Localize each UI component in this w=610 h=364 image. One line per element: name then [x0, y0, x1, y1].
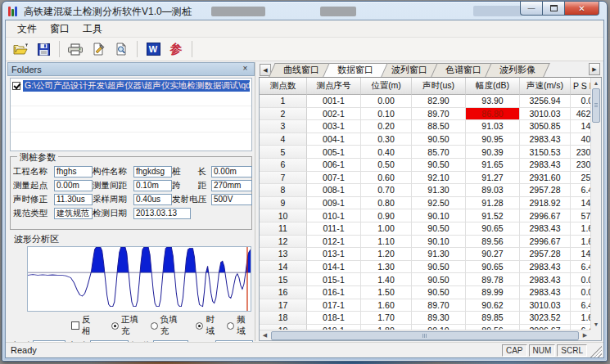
table-row[interactable]: 13013-11.2091.3090.272957.2814.4 — [260, 248, 601, 261]
header-point-id[interactable]: 测点序号 — [307, 78, 361, 95]
header-position[interactable]: 位置(m) — [361, 78, 412, 95]
scroll-right-icon[interactable]: ▶ — [580, 330, 590, 341]
table-cell: 0.30 — [361, 133, 412, 146]
tab-wavetrain-image[interactable]: 波列影像 — [488, 63, 547, 77]
hscroll-thumb[interactable] — [271, 331, 579, 340]
table-cell: 17 — [260, 299, 307, 312]
open-button[interactable] — [11, 39, 30, 59]
save-button[interactable] — [34, 39, 53, 59]
vertical-scrollbar[interactable]: ▲ ▼ — [590, 78, 601, 330]
field-sound-correction[interactable]: 11.30us — [54, 194, 93, 205]
titlebar[interactable]: 高铁建混凝土检测分析软件V1.0—测桩 — ✕ — [2, 2, 607, 20]
table-cell: 88.50 — [412, 120, 466, 133]
table-row[interactable]: 1001-10.0082.9093.903256.940.00 — [260, 95, 601, 108]
panel-close-icon[interactable]: × — [240, 64, 251, 74]
table-row[interactable]: 12012-11.1090.1089.562996.671.60 — [260, 236, 601, 249]
field-pile-length-label: 桩 长 — [172, 166, 211, 178]
parameter-button[interactable]: 参 — [166, 39, 186, 59]
scroll-left-icon[interactable]: ◀ — [260, 330, 270, 341]
table-row[interactable]: 6006-10.5090.5091.652983.43230.4 — [260, 159, 601, 172]
horizontal-scrollbar[interactable]: ◀ ▶ — [260, 330, 590, 340]
time-domain-radio[interactable]: 时域 — [196, 314, 222, 337]
table-cell: 1.60 — [361, 299, 412, 312]
header-sound-time[interactable]: 声时(us) — [412, 78, 466, 95]
menu-item-file[interactable]: 文件 — [11, 20, 43, 38]
fill-negative-radio[interactable]: 负填充 — [151, 314, 185, 337]
menu-item-tools[interactable]: 工具 — [76, 20, 109, 38]
field-span[interactable]: 270mm — [211, 180, 252, 191]
table-row[interactable]: 2002-10.1089.7086.803010.03462.4 — [260, 108, 601, 121]
header-amplitude[interactable]: 幅度(dB) — [466, 78, 520, 95]
tab-scroll-right-icon[interactable]: ▶ — [589, 63, 600, 75]
field-project-name-label: 工程名称 — [13, 166, 54, 178]
field-measure-interval[interactable]: 0.10m — [133, 180, 172, 191]
table-cell: 90.65 — [466, 261, 520, 274]
table-row[interactable]: 3003-10.2088.5091.033050.8514.4 — [260, 120, 601, 133]
table-cell: 1.30 — [361, 261, 412, 274]
scroll-down-icon[interactable]: ▼ — [591, 319, 601, 330]
table-cell: 92.10 — [412, 172, 466, 185]
table-row[interactable]: 16016-11.5090.5089.992983.430.00 — [260, 286, 601, 299]
field-component-name-label: 构件名称 — [93, 166, 133, 178]
page-setup-icon — [92, 43, 105, 56]
word-export-button[interactable]: W — [143, 39, 163, 59]
scrollbar-corner — [590, 330, 601, 340]
minimize-button[interactable]: — — [520, 2, 543, 16]
close-button[interactable]: ✕ — [565, 2, 599, 16]
field-measure-start[interactable]: 0.00m — [54, 180, 93, 191]
invert-label: 反相 — [82, 314, 98, 337]
tree-item[interactable]: G:\公司产品设计开发\超声仪器\超声仪实地检测数据调试\qd\qd03\qd0… — [11, 79, 251, 93]
tab-data-window[interactable]: 数据窗口 — [326, 63, 385, 77]
tab-spectrum-window[interactable]: 色谱窗口 — [434, 63, 493, 77]
param-char-icon: 参 — [170, 42, 183, 57]
waveform-canvas[interactable] — [27, 246, 251, 312]
print-button[interactable] — [66, 39, 85, 59]
tab-wavetrain-window[interactable]: 波列窗口 — [380, 63, 439, 77]
maximize-button[interactable] — [543, 2, 565, 16]
freq-domain-radio[interactable]: 频域 — [227, 314, 253, 337]
table-cell: 011-1 — [307, 222, 361, 236]
print-preview-button[interactable] — [111, 39, 131, 59]
field-project-name[interactable]: fhghs — [54, 166, 93, 178]
table-row[interactable]: 18018-11.7089.3089.853023.521.60 — [260, 312, 601, 325]
menu-item-window[interactable]: 窗口 — [43, 20, 76, 38]
invert-checkbox[interactable]: 反相 — [71, 314, 98, 337]
table-row[interactable]: 5005-10.4085.7090.393150.53230.4 — [260, 146, 601, 159]
field-test-date[interactable]: 2013.03.13 — [133, 208, 191, 219]
table-row[interactable]: 10010-10.9090.1091.522996.6757.6 — [260, 209, 601, 222]
print-setup-button[interactable] — [88, 39, 108, 59]
tab-curve-window[interactable]: 曲线窗口 — [272, 63, 331, 77]
field-spec-type[interactable]: 建筑规范 — [54, 208, 93, 219]
table-cell: 009-1 — [307, 197, 361, 210]
resize-grip[interactable] — [590, 345, 602, 357]
field-component-name[interactable]: fhgkdsg — [133, 166, 172, 178]
field-sample-period[interactable]: 0.40us — [133, 194, 172, 205]
folders-panel-title: Folders — [11, 65, 42, 74]
table-cell: 90.50 — [412, 261, 466, 274]
field-pile-length[interactable]: 0.00m — [211, 166, 252, 178]
word-icon: W — [147, 43, 160, 56]
table-cell: 0.20 — [361, 120, 412, 133]
checkbox-checked-icon[interactable] — [12, 82, 20, 90]
header-velocity[interactable]: 声速(m/s) — [520, 78, 571, 95]
table-cell: 018-1 — [307, 312, 361, 325]
table-row[interactable]: 11011-11.0090.5090.652983.431.60 — [260, 222, 601, 236]
table-row[interactable]: 15015-11.4090.5089.782983.430.00 — [260, 273, 601, 286]
table-cell: 2 — [260, 108, 307, 121]
fill-positive-radio[interactable]: 正填充 — [111, 314, 146, 337]
field-voltage[interactable]: 500V — [211, 194, 252, 205]
table-row[interactable]: 14014-11.3090.5090.652983.436.40 — [260, 261, 601, 274]
table-cell: 3023.52 — [520, 312, 571, 325]
table-row[interactable]: 17017-11.6089.7090.623010.036.40 — [260, 299, 601, 312]
pile-params-group: 测桩参数 工程名称 fhghs 构件名称 fhgkdsg 桩 长 0.00m 测… — [10, 156, 252, 230]
table-row[interactable]: 9009-10.8092.5091.282918.9214.4 — [260, 197, 601, 210]
scroll-up-icon[interactable]: ▲ — [591, 78, 601, 88]
table-row[interactable]: 8008-10.7091.3089.032957.286.40 — [260, 184, 601, 197]
table-cell: 91.65 — [466, 159, 520, 172]
header-point-count[interactable]: 测点数 — [260, 78, 307, 95]
vscroll-thumb[interactable] — [592, 88, 600, 123]
table-row[interactable]: 7007-10.6092.1091.272931.6025.6 — [260, 172, 601, 185]
menubar: 文件 窗口 工具 — [6, 20, 603, 38]
table-row[interactable]: 4004-10.3090.5090.952983.4340.0 — [260, 133, 601, 146]
radio-off-icon — [227, 322, 234, 330]
